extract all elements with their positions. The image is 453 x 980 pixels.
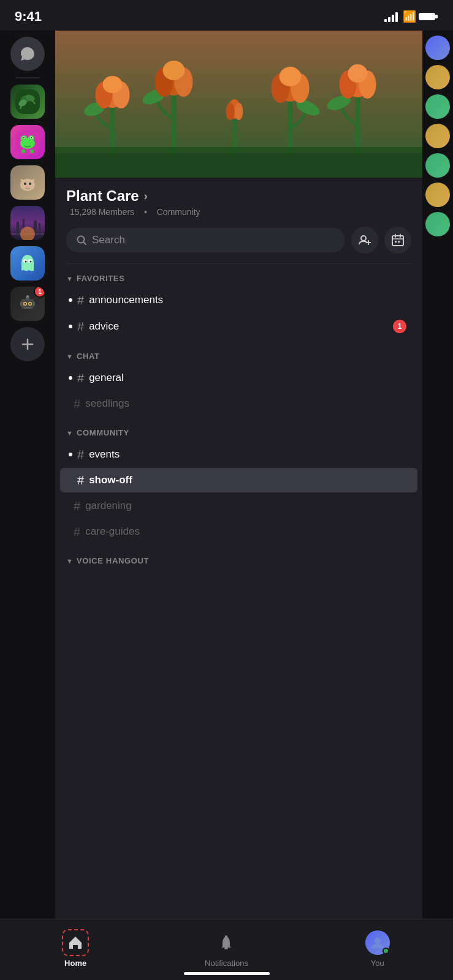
status-time: 9:41 — [15, 9, 42, 24]
svg-point-40 — [25, 303, 26, 305]
right-avatar-1[interactable] — [425, 36, 450, 60]
server-icon-cat[interactable] — [10, 165, 45, 200]
right-avatar-5[interactable] — [425, 153, 450, 178]
bottom-nav: Home Notifications You — [0, 919, 453, 980]
server-list: 1 — [0, 31, 55, 980]
you-avatar — [365, 930, 390, 955]
sunset-icon — [10, 216, 45, 240]
ghost-icon — [17, 253, 38, 274]
notifications-icon-wrap — [213, 929, 240, 956]
server-name[interactable]: Plant Care › — [66, 187, 411, 205]
svg-point-34 — [30, 261, 32, 263]
svg-rect-75 — [55, 153, 422, 178]
search-bar[interactable]: Search — [66, 228, 345, 252]
channel-gardening[interactable]: # gardening — [60, 494, 417, 518]
svg-point-61 — [235, 103, 243, 120]
advice-badge: 1 — [393, 320, 406, 333]
server-icon-ghost[interactable] — [10, 246, 45, 281]
home-icon-wrap — [62, 929, 89, 956]
section-chat[interactable]: ▼ CHAT — [55, 344, 422, 364]
nav-notifications-label: Notifications — [205, 959, 248, 968]
svg-point-73 — [348, 64, 368, 83]
svg-point-21 — [26, 186, 29, 188]
channel-panel: Plant Care › 15,298 Members • Community … — [55, 31, 422, 980]
right-avatar-6[interactable] — [425, 183, 450, 207]
svg-point-57 — [163, 61, 185, 80]
app-container: 1 — [0, 31, 453, 980]
svg-rect-30 — [21, 262, 34, 271]
add-member-button[interactable] — [351, 227, 378, 254]
channel-seedlings[interactable]: # seedlings — [60, 391, 417, 416]
events-button[interactable] — [384, 227, 411, 254]
svg-point-60 — [226, 103, 235, 120]
svg-rect-78 — [392, 236, 403, 246]
channel-events[interactable]: # events — [60, 442, 417, 467]
signal-icon — [384, 11, 398, 22]
right-avatar-2[interactable] — [425, 65, 450, 89]
plants-icon — [15, 89, 40, 114]
wifi-icon: 📶 — [403, 10, 416, 23]
add-member-icon — [358, 233, 371, 247]
dm-icon — [20, 46, 36, 62]
svg-rect-37 — [32, 301, 35, 306]
online-indicator — [383, 948, 389, 954]
nav-home-label: Home — [64, 959, 86, 968]
unread-bullet — [69, 298, 72, 302]
unread-bullet — [69, 453, 72, 456]
server-icon-robot[interactable]: 1 — [10, 287, 45, 321]
svg-point-13 — [31, 137, 32, 138]
add-server-button[interactable] — [10, 327, 45, 361]
svg-point-33 — [25, 261, 27, 263]
status-icons: 📶 — [384, 10, 438, 23]
channel-general[interactable]: # general — [60, 366, 417, 390]
search-icon — [76, 235, 87, 246]
channel-care-guides[interactable]: # care-guides — [60, 519, 417, 544]
search-area: Search — [55, 222, 422, 261]
section-voice-hangout[interactable]: ▼ VOICE HANGOUT — [55, 549, 422, 569]
channel-advice[interactable]: # advice 1 — [60, 314, 417, 339]
server-icon-sunset[interactable] — [10, 206, 45, 240]
svg-rect-27 — [39, 223, 40, 234]
channel-show-off[interactable]: # show-off — [60, 468, 417, 492]
hero-image — [55, 31, 422, 178]
search-placeholder: Search — [92, 234, 125, 246]
server-icon-plants[interactable] — [10, 85, 45, 119]
plus-icon — [20, 337, 35, 352]
right-avatar-7[interactable] — [425, 212, 450, 236]
svg-rect-36 — [20, 301, 23, 306]
frog-icon — [15, 130, 40, 154]
server-divider — [15, 77, 40, 78]
server-info: Plant Care › 15,298 Members • Community — [55, 178, 422, 222]
right-avatar-4[interactable] — [425, 124, 450, 148]
server-meta: 15,298 Members • Community — [66, 207, 411, 217]
server-icon-dm[interactable] — [10, 37, 45, 71]
svg-point-77 — [361, 236, 366, 241]
nav-home[interactable]: Home — [0, 927, 151, 970]
svg-rect-79 — [395, 241, 397, 243]
nav-notifications[interactable]: Notifications — [151, 927, 302, 970]
svg-point-82 — [225, 935, 227, 938]
svg-point-41 — [29, 303, 31, 305]
cat-icon — [17, 172, 39, 194]
section-favorites[interactable]: ▼ FAVORITES — [55, 266, 422, 287]
svg-point-83 — [375, 938, 381, 944]
svg-point-67 — [280, 67, 302, 86]
home-icon — [67, 934, 84, 951]
right-sidebar — [422, 31, 453, 980]
nav-you[interactable]: You — [302, 927, 453, 970]
channel-list: ▼ FAVORITES # announcements # advice 1 ▼… — [55, 261, 422, 980]
unread-bullet — [69, 376, 72, 380]
channel-announcements[interactable]: # announcements — [60, 288, 417, 312]
svg-point-44 — [26, 295, 29, 298]
unread-bullet — [69, 325, 72, 328]
section-community[interactable]: ▼ COMMUNITY — [55, 421, 422, 441]
svg-rect-24 — [17, 222, 19, 234]
favorites-divider — [66, 263, 411, 264]
svg-rect-14 — [21, 149, 25, 153]
battery-icon — [419, 12, 438, 21]
server-icon-frog[interactable] — [10, 125, 45, 159]
right-avatar-3[interactable] — [425, 94, 450, 119]
server-name-chevron: › — [144, 190, 148, 203]
svg-point-20 — [29, 183, 31, 185]
svg-rect-15 — [30, 149, 34, 153]
